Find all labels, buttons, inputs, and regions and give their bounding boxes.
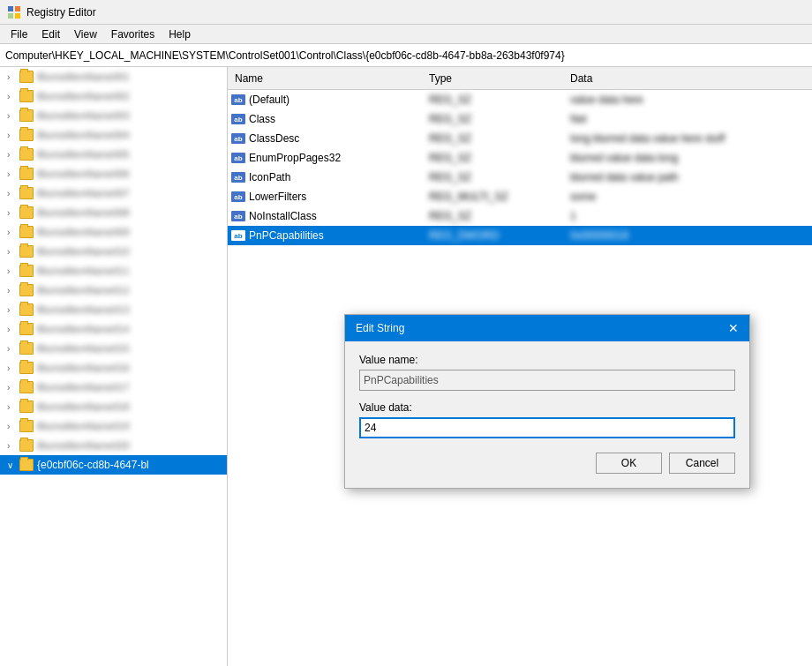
folder-icon <box>19 303 34 316</box>
folder-icon <box>19 129 34 141</box>
value-data-input[interactable] <box>359 417 735 438</box>
reg-name: ClassDesc <box>249 132 429 145</box>
menu-edit[interactable]: Edit <box>34 26 67 42</box>
reg-value-icon: ab <box>231 230 245 241</box>
tree-item[interactable]: › BlurredItemName009 <box>0 222 227 242</box>
tree-label: BlurredItemName004 <box>37 130 130 140</box>
menu-help[interactable]: Help <box>162 26 198 42</box>
reg-row[interactable]: ab NoInstallClass REG_SZ 1 <box>228 206 812 226</box>
reg-name: NoInstallClass <box>249 210 429 222</box>
col-header-data: Data <box>567 72 808 85</box>
reg-row-selected[interactable]: ab PnPCapabilities REG_DWORD 0x00000018 <box>228 226 812 245</box>
chevron-icon: › <box>7 402 19 412</box>
tree-item[interactable]: › BlurredItemName002 <box>0 86 227 106</box>
edit-string-dialog: Edit String ✕ Value name: Value data: OK… <box>344 314 750 489</box>
chevron-icon: › <box>7 150 19 160</box>
reg-data: blurred value data long <box>570 152 808 164</box>
reg-name: LowerFilters <box>249 191 429 203</box>
tree-label-selected: {e0cbf06c-cd8b-4647-bl <box>37 459 149 471</box>
reg-name: EnumPropPages32 <box>249 152 429 164</box>
reg-value-icon: ab <box>231 211 245 221</box>
tree-item[interactable]: › BlurredItemName006 <box>0 164 227 183</box>
tree-item[interactable]: › BlurredItemName016 <box>0 358 227 378</box>
tree-item[interactable]: › BlurredItemName017 <box>0 378 227 397</box>
reg-value-icon: ab <box>231 191 245 202</box>
tree-label: BlurredItemName018 <box>37 401 130 412</box>
app-title: Registry Editor <box>26 6 96 19</box>
folder-icon <box>19 342 34 355</box>
folder-icon <box>19 284 34 296</box>
tree-label: BlurredItemName002 <box>37 91 130 101</box>
dialog-title: Edit String <box>356 322 404 334</box>
reg-row[interactable]: ab IconPath REG_SZ blurred data value pa… <box>228 168 812 187</box>
reg-value-icon: ab <box>231 133 245 144</box>
tree-label: BlurredItemName013 <box>37 304 130 315</box>
ok-button[interactable]: OK <box>596 453 662 474</box>
tree-item[interactable]: › BlurredItemName008 <box>0 203 227 222</box>
folder-icon <box>19 400 34 413</box>
chevron-icon: › <box>7 422 19 431</box>
tree-item[interactable]: › BlurredItemName012 <box>0 281 227 300</box>
chevron-icon: › <box>7 286 19 296</box>
reg-type: REG_SZ <box>429 152 570 164</box>
tree-item[interactable]: › BlurredItemName004 <box>0 125 227 145</box>
tree-label: BlurredItemName007 <box>37 188 130 198</box>
main-content: › BlurredItemName001 › BlurredItemName00… <box>0 67 812 666</box>
reg-row[interactable]: ab (Default) REG_SZ value data here <box>228 90 812 109</box>
menu-favorites[interactable]: Favorites <box>104 26 162 42</box>
tree-item[interactable]: › BlurredItemName018 <box>0 397 227 416</box>
address-bar: Computer\HKEY_LOCAL_MACHINE\SYSTEM\Contr… <box>0 44 812 67</box>
reg-type: REG_DWORD <box>429 229 570 242</box>
col-header-name: Name <box>231 72 425 85</box>
folder-icon <box>19 168 34 180</box>
menu-view[interactable]: View <box>67 26 104 42</box>
reg-value-icon: ab <box>231 114 245 124</box>
dialog-title-bar: Edit String ✕ <box>345 315 749 341</box>
reg-name: Class <box>249 113 429 125</box>
title-bar: Registry Editor <box>0 0 812 25</box>
tree-item[interactable]: › BlurredItemName020 <box>0 436 227 455</box>
reg-data: long blurred data value here stuff <box>570 132 808 145</box>
tree-item[interactable]: › BlurredItemName014 <box>0 319 227 339</box>
dialog-body: Value name: Value data: OK Cancel <box>345 341 749 488</box>
value-name-input[interactable] <box>359 370 735 391</box>
reg-type: REG_SZ <box>429 113 570 125</box>
tree-item[interactable]: › BlurredItemName005 <box>0 145 227 164</box>
chevron-icon: › <box>7 169 19 179</box>
reg-value-icon: ab <box>231 94 245 105</box>
tree-label: BlurredItemName001 <box>37 71 130 82</box>
cancel-button[interactable]: Cancel <box>669 453 735 474</box>
tree-label: BlurredItemName010 <box>37 246 130 257</box>
tree-label: BlurredItemName019 <box>37 421 130 431</box>
tree-item-selected[interactable]: ∨ {e0cbf06c-cd8b-4647-bl <box>0 455 227 475</box>
chevron-icon: › <box>7 305 19 315</box>
tree-item[interactable]: › BlurredItemName015 <box>0 339 227 358</box>
tree-item[interactable]: › BlurredItemName001 <box>0 67 227 86</box>
tree-item[interactable]: › BlurredItemName003 <box>0 106 227 125</box>
reg-row[interactable]: ab LowerFilters REG_MULTI_SZ some <box>228 187 812 206</box>
reg-row[interactable]: ab Class REG_SZ Net <box>228 109 812 129</box>
tree-item[interactable]: › BlurredItemName019 <box>0 416 227 436</box>
menu-bar: File Edit View Favorites Help <box>0 25 812 44</box>
tree-label: BlurredItemName020 <box>37 440 130 451</box>
svg-rect-0 <box>8 6 13 11</box>
tree-item[interactable]: › BlurredItemName011 <box>0 261 227 281</box>
menu-file[interactable]: File <box>4 26 34 42</box>
reg-data: value data here <box>570 94 808 106</box>
reg-row[interactable]: ab EnumPropPages32 REG_SZ blurred value … <box>228 148 812 168</box>
tree-item[interactable]: › BlurredItemName007 <box>0 183 227 203</box>
chevron-icon: › <box>7 266 19 276</box>
reg-data: Net <box>570 113 808 125</box>
chevron-icon: › <box>7 247 19 257</box>
tree-scroll[interactable]: › BlurredItemName001 › BlurredItemName00… <box>0 67 227 666</box>
tree-item[interactable]: › BlurredItemName010 <box>0 242 227 261</box>
chevron-icon: ∨ <box>7 460 19 470</box>
chevron-icon: › <box>7 325 19 334</box>
dialog-close-button[interactable]: ✕ <box>725 319 742 337</box>
tree-item[interactable]: › BlurredItemName013 <box>0 300 227 319</box>
reg-row[interactable]: ab ClassDesc REG_SZ long blurred data va… <box>228 129 812 148</box>
folder-icon <box>19 381 34 393</box>
svg-rect-3 <box>15 13 20 19</box>
folder-icon <box>19 245 34 258</box>
tree-label: BlurredItemName012 <box>37 285 130 296</box>
